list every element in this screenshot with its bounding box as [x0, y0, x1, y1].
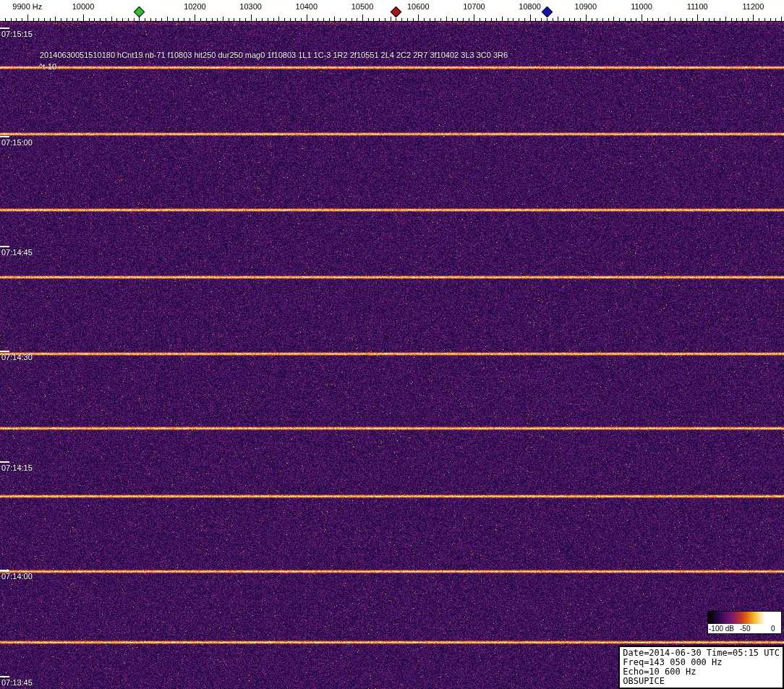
freq-tick-label: 10600	[407, 2, 430, 11]
time-axis-label: 07:13:45	[1, 678, 33, 687]
time-axis-label: 07:14:00	[1, 572, 33, 581]
freq-tick-label: 10500	[351, 2, 374, 11]
freq-tick-label: 11100	[687, 2, 708, 11]
freq-tick-label: 10200	[184, 2, 206, 11]
legend-max-label: 0	[771, 625, 775, 633]
time-axis-label: 07:14:15	[1, 463, 33, 472]
time-axis-label: 07:14:30	[1, 353, 33, 361]
freq-tick-label: 10300	[239, 2, 262, 11]
time-axis-label: 07:14:45	[1, 248, 33, 257]
colorbar-labels: -100 dB -50 0	[708, 624, 781, 633]
detection-annotation: 20140630051510180 hCnt19 nb-71 f10803 hi…	[40, 51, 508, 59]
freq-tick-label: 10000	[72, 2, 95, 11]
freq-tick-label: 11200	[743, 2, 764, 11]
freq-tick-label: 10800	[519, 2, 541, 11]
meteor-echo-spectrogram-app: 9900 Hz100001020010300104001050010600107…	[0, 0, 784, 689]
freq-tick-label: 10400	[296, 2, 318, 11]
waterfall-display: 20140630051510180 hCnt19 nb-71 f10803 hi…	[0, 22, 784, 689]
time-axis-label: 07:15:15	[1, 30, 33, 38]
freq-tick-label: 11000	[631, 2, 652, 11]
legend-min-label: -100 dB	[709, 625, 734, 633]
freq-tick-label: 10900	[575, 2, 597, 11]
cursor-label: ^t-10	[39, 62, 56, 71]
legend-mid-label: -50	[740, 625, 750, 633]
waterfall-canvas[interactable]	[0, 22, 784, 689]
colorbar-legend: -100 dB -50 0	[707, 611, 782, 634]
info-station-line: OBSUPICE	[623, 677, 780, 686]
time-axis-label: 07:15:00	[1, 138, 33, 147]
freq-tick-label: 9900 Hz	[12, 2, 42, 11]
observation-info-box: Date=2014-06-30 Time=05:15 UTC Freq=143 …	[618, 646, 784, 689]
colorbar-gradient	[708, 612, 781, 624]
frequency-ruler[interactable]: 9900 Hz100001020010300104001050010600107…	[0, 0, 784, 22]
freq-tick-label: 10700	[463, 2, 485, 11]
